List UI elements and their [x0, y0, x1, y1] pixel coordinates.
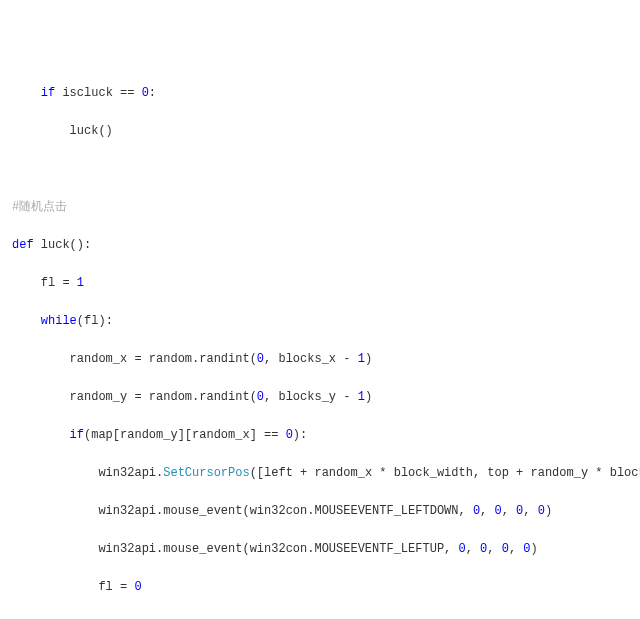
code-line: random_x = random.randint(0, blocks_x - …: [12, 350, 640, 369]
code-line: if(map[random_y][random_x] == 0):: [12, 426, 640, 445]
code-line: win32api.mouse_event(win32con.MOUSEEVENT…: [12, 502, 640, 521]
code-line: fl = 1: [12, 274, 640, 293]
code-line: while(fl):: [12, 312, 640, 331]
code-line: win32api.SetCursorPos([left + random_x *…: [12, 464, 640, 483]
code-line: [12, 160, 640, 179]
code-comment: #随机点击: [12, 198, 640, 217]
code-line: luck(): [12, 122, 640, 141]
code-line: fl = 0: [12, 578, 640, 597]
code-line: if iscluck == 0:: [12, 84, 640, 103]
code-line: def luck():: [12, 236, 640, 255]
code-line: random_y = random.randint(0, blocks_y - …: [12, 388, 640, 407]
code-line: win32api.mouse_event(win32con.MOUSEEVENT…: [12, 540, 640, 559]
